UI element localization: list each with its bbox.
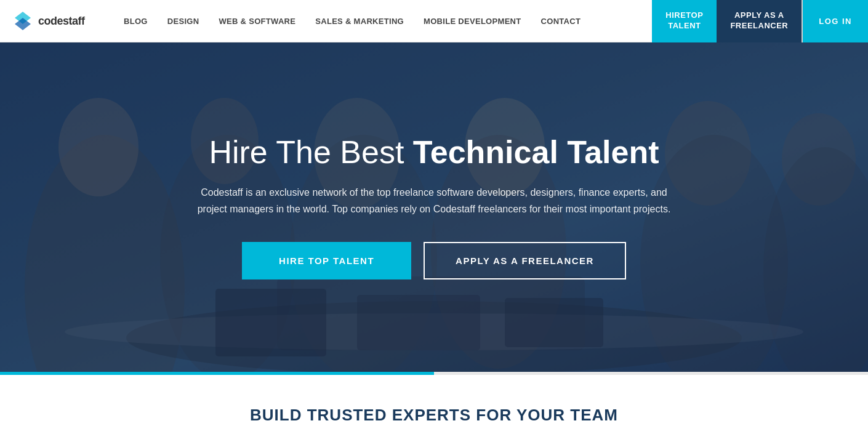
apply-line2: FREELANCER bbox=[730, 21, 788, 31]
below-hero-title: BUILD TRUSTED EXPERTS FOR YOUR TEAM bbox=[25, 406, 843, 425]
hiretop-line1: HIRETOP bbox=[665, 10, 703, 21]
login-button[interactable]: LOG IN bbox=[803, 0, 868, 42]
hiretop-line2: TALENT bbox=[665, 21, 703, 31]
nav-links: BLOG DESIGN WEB & SOFTWARE SALES & MARKE… bbox=[108, 0, 652, 42]
logo-icon bbox=[12, 10, 33, 31]
nav-link-design[interactable]: DESIGN bbox=[158, 0, 209, 42]
logo-text: codestaff bbox=[38, 15, 85, 28]
hero-buttons: HIRE TOP TALENT APPLY AS A FREELANCER bbox=[194, 242, 674, 279]
hiretop-talent-button[interactable]: HIRETOP TALENT bbox=[652, 0, 717, 42]
nav-buttons: HIRETOP TALENT APPLY AS A FREELANCER LOG… bbox=[652, 0, 868, 42]
below-hero-section: BUILD TRUSTED EXPERTS FOR YOUR TEAM bbox=[0, 375, 868, 434]
hero-title-bold: Technical Talent bbox=[413, 134, 659, 170]
nav-link-mobile-development[interactable]: MOBILE DEVELOPMENT bbox=[414, 0, 531, 42]
apply-line1: APPLY AS A bbox=[730, 10, 788, 21]
hero-section: Hire The Best Technical Talent Codestaff… bbox=[0, 42, 868, 372]
hero-title: Hire The Best Technical Talent bbox=[194, 135, 674, 170]
navbar: codestaff BLOG DESIGN WEB & SOFTWARE SAL… bbox=[0, 0, 868, 42]
hire-top-talent-button[interactable]: HIRE TOP TALENT bbox=[242, 242, 411, 279]
nav-link-blog[interactable]: BLOG bbox=[114, 0, 158, 42]
apply-as-freelancer-hero-button[interactable]: APPLY AS A FREELANCER bbox=[424, 242, 626, 279]
hero-subtitle: Codestaff is an exclusive network of the… bbox=[194, 185, 674, 217]
nav-link-contact[interactable]: CONTACT bbox=[531, 0, 591, 42]
nav-link-sales-marketing[interactable]: SALES & MARKETING bbox=[305, 0, 414, 42]
hero-title-normal: Hire The Best bbox=[209, 134, 412, 170]
logo-link[interactable]: codestaff bbox=[0, 10, 108, 31]
hero-content: Hire The Best Technical Talent Codestaff… bbox=[169, 135, 699, 279]
nav-link-web-software[interactable]: WEB & SOFTWARE bbox=[209, 0, 305, 42]
apply-freelancer-button[interactable]: APPLY AS A FREELANCER bbox=[717, 0, 802, 42]
